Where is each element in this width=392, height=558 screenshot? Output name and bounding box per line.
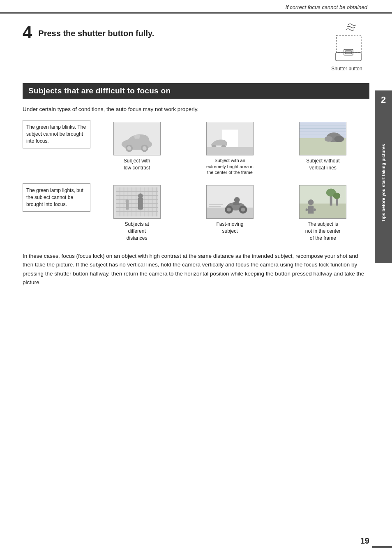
subject-item-fast-moving: Fast-movingsubject <box>183 183 276 243</box>
subject-label-bright-area: Subject with anextremely bright area int… <box>206 157 254 175</box>
subject-item-no-vertical: Subject withoutvertical lines <box>277 120 369 177</box>
subject-item-low-contrast: Subject withlow contrast <box>90 120 183 177</box>
header-text: If correct focus cannot be obtained <box>286 4 367 10</box>
svg-rect-14 <box>207 147 253 155</box>
subject-img-no-vertical <box>299 122 346 155</box>
shutter-svg <box>324 20 369 65</box>
svg-point-62 <box>333 193 341 199</box>
bottom-paragraph: In these cases, focus (focus lock) on an… <box>23 252 369 287</box>
intro-text: Under certain types of conditions, the a… <box>23 105 369 113</box>
step-text: Press the shutter button fully. <box>38 24 154 38</box>
svg-rect-45 <box>126 202 129 210</box>
subject-label-different-distances: Subjects atdifferentdistances <box>125 221 149 241</box>
section-header: Subjects that are difficult to focus on <box>23 83 369 99</box>
svg-point-53 <box>227 208 231 212</box>
svg-point-55 <box>241 208 245 212</box>
subject-img-bright-area <box>206 122 254 155</box>
page-number: 19 <box>360 536 369 546</box>
top-rule <box>0 12 392 14</box>
subject-label-fast-moving: Fast-movingsubject <box>216 221 243 235</box>
subjects-grid-row2: The green lamp lights, but the subject c… <box>23 183 369 243</box>
step-section: 4 Press the shutter button fully. <box>23 24 369 72</box>
svg-point-7 <box>127 146 131 150</box>
page-number-bar <box>372 546 392 548</box>
subject-img-fast-moving <box>206 185 254 219</box>
svg-rect-58 <box>300 204 346 218</box>
svg-rect-0 <box>337 35 361 53</box>
svg-point-63 <box>308 199 314 205</box>
side-tab-number: 2 <box>381 95 386 105</box>
green-lamp-blinks-box: The green lamp blinks. The subject canno… <box>23 120 90 148</box>
subject-item-different-distances: Subjects atdifferentdistances <box>90 183 183 243</box>
main-content: 4 Press the shutter button fully. <box>23 16 369 537</box>
subject-label-off-center: The subject isnot in the centerof the fr… <box>305 221 341 241</box>
side-tab: 2 Tips before you start taking pictures <box>375 90 392 263</box>
svg-rect-2 <box>345 51 352 54</box>
subject-label-no-vertical: Subject withoutvertical lines <box>306 157 339 171</box>
step-number: 4 <box>23 24 32 41</box>
svg-point-46 <box>125 199 129 203</box>
subject-img-low-contrast <box>113 122 161 155</box>
shutter-illustration: Shutter button <box>324 20 369 72</box>
shutter-label: Shutter button <box>331 66 362 72</box>
subject-item-bright-area: Subject with anextremely bright area int… <box>183 120 276 177</box>
section-title: Subjects that are difficult to focus on <box>28 86 171 95</box>
green-lamp-lights-box: The green lamp lights, but the subject c… <box>23 183 90 211</box>
subject-item-off-center: The subject isnot in the centerof the fr… <box>277 183 369 243</box>
svg-rect-43 <box>138 197 143 209</box>
subject-img-off-center <box>299 185 346 219</box>
subject-label-low-contrast: Subject withlow contrast <box>124 157 150 171</box>
svg-point-23 <box>334 136 344 142</box>
svg-point-44 <box>138 194 143 199</box>
subjects-grid-row1: The green lamp blinks. The subject canno… <box>23 120 369 177</box>
side-tab-text: Tips before you start taking pictures <box>380 144 386 222</box>
subject-img-different-distances <box>113 185 161 219</box>
svg-point-56 <box>234 197 240 203</box>
svg-point-24 <box>325 136 333 142</box>
svg-point-9 <box>142 146 146 150</box>
page-container: If correct focus cannot be obtained 2 Ti… <box>0 0 392 558</box>
